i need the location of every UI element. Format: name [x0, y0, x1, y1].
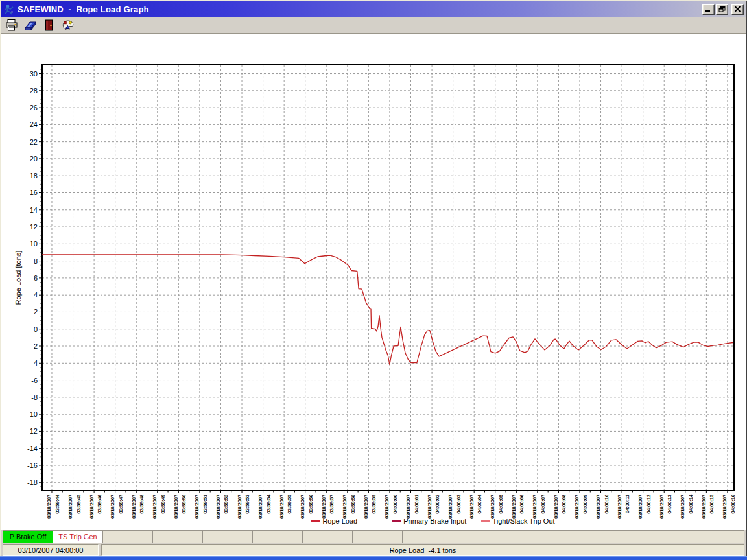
status-cell-empty — [202, 530, 253, 543]
svg-text:03/10/2007: 03/10/2007 — [680, 494, 685, 519]
svg-text:03:59:52: 03:59:52 — [223, 494, 229, 513]
svg-text:03/10/2007: 03/10/2007 — [300, 494, 305, 519]
status-cell-ts-trip-gen: TS Trip Gen — [53, 530, 103, 543]
svg-text:04:00:08: 04:00:08 — [561, 494, 567, 513]
status-bar: 03/10/2007 04:00:00 Rope Load -4.1 tons — [1, 544, 746, 556]
svg-text:03/10/2007: 03/10/2007 — [701, 494, 707, 519]
svg-text:24: 24 — [30, 121, 38, 128]
svg-text:04:00:07: 04:00:07 — [540, 494, 546, 513]
svg-text:03/10/2007: 03/10/2007 — [237, 494, 243, 519]
restore-button[interactable] — [716, 4, 728, 15]
svg-text:18: 18 — [30, 172, 38, 180]
svg-text:04:00:09: 04:00:09 — [582, 494, 588, 513]
legend-item-tight-slack: Tight/Slack Trip Out — [481, 517, 554, 525]
svg-text:-14: -14 — [27, 445, 38, 452]
svg-text:04:00:04: 04:00:04 — [477, 494, 482, 513]
svg-text:03/10/2007: 03/10/2007 — [511, 494, 517, 519]
legend-label: Tight/Slack Trip Out — [492, 517, 554, 525]
status-cell-empty — [252, 530, 303, 543]
svg-text:-2: -2 — [31, 342, 38, 350]
svg-text:04:00:13: 04:00:13 — [667, 494, 672, 513]
svg-text:03:59:58: 03:59:58 — [350, 494, 356, 513]
svg-text:-10: -10 — [27, 410, 38, 418]
svg-text:03/10/2007: 03/10/2007 — [595, 494, 601, 519]
exit-button[interactable] — [41, 18, 57, 32]
status-cell-p-brake-off: P Brake Off — [3, 530, 53, 543]
svg-text:-16: -16 — [27, 461, 38, 469]
svg-text:03/10/2007: 03/10/2007 — [722, 494, 728, 519]
svg-text:6: 6 — [34, 274, 38, 282]
svg-text:2: 2 — [34, 308, 38, 316]
title-bar: SAFEWIND - Rope Load Graph — [1, 1, 746, 17]
svg-text:03/10/2007: 03/10/2007 — [67, 494, 73, 519]
palette-button[interactable] — [60, 18, 76, 32]
svg-text:20: 20 — [30, 155, 38, 163]
svg-text:28: 28 — [30, 87, 38, 95]
svg-text:03:59:55: 03:59:55 — [287, 494, 292, 513]
svg-text:-6: -6 — [31, 377, 38, 384]
toolbar — [1, 17, 746, 34]
svg-text:4: 4 — [34, 291, 38, 299]
svg-text:04:00:01: 04:00:01 — [414, 494, 420, 513]
svg-text:03/10/2007: 03/10/2007 — [427, 494, 433, 519]
taskbar-edge — [0, 556, 747, 560]
svg-text:04:00:00: 04:00:00 — [392, 494, 398, 513]
svg-text:03:59:44: 03:59:44 — [54, 494, 60, 513]
legend-swatch — [311, 520, 320, 522]
svg-text:03:59:53: 03:59:53 — [244, 494, 250, 513]
svg-text:03/10/2007: 03/10/2007 — [574, 494, 580, 519]
svg-text:03/10/2007: 03/10/2007 — [447, 494, 453, 519]
svg-text:03/10/2007: 03/10/2007 — [384, 494, 390, 519]
svg-text:03:59:51: 03:59:51 — [202, 494, 208, 513]
status-indicator-row: P Brake OffTS Trip Gen — [1, 530, 746, 543]
legend-swatch — [481, 520, 490, 522]
svg-text:03/10/2007: 03/10/2007 — [131, 494, 137, 519]
svg-text:30: 30 — [30, 70, 38, 78]
legend-label: Primary Brake Input — [403, 517, 466, 525]
svg-text:03:59:57: 03:59:57 — [329, 494, 335, 513]
svg-text:03/10/2007: 03/10/2007 — [532, 494, 538, 519]
svg-text:03/10/2007: 03/10/2007 — [89, 494, 95, 519]
eraser-icon — [24, 19, 37, 32]
svg-text:03/10/2007: 03/10/2007 — [405, 494, 411, 519]
svg-text:04:00:05: 04:00:05 — [498, 494, 504, 513]
statusbar-datetime: 03/10/2007 04:00:00 — [3, 544, 99, 556]
svg-text:04:00:15: 04:00:15 — [709, 494, 715, 513]
svg-text:04:00:16: 04:00:16 — [730, 494, 736, 513]
svg-text:-18: -18 — [27, 478, 38, 486]
status-cell-empty — [152, 530, 203, 543]
svg-text:03/10/2007: 03/10/2007 — [110, 494, 115, 519]
svg-text:03/10/2007: 03/10/2007 — [194, 494, 200, 519]
print-button[interactable] — [3, 18, 19, 32]
svg-text:03/10/2007: 03/10/2007 — [279, 494, 285, 519]
app-icon — [3, 4, 14, 15]
svg-text:04:00:10: 04:00:10 — [604, 494, 610, 513]
svg-text:12: 12 — [30, 223, 38, 231]
restore-icon — [718, 6, 726, 12]
svg-text:-4: -4 — [31, 359, 38, 367]
svg-text:03/10/2007: 03/10/2007 — [469, 494, 475, 519]
status-cell-empty — [102, 530, 153, 543]
svg-text:03/10/2007: 03/10/2007 — [173, 494, 179, 519]
svg-text:03/10/2007: 03/10/2007 — [46, 494, 52, 519]
svg-text:03:59:50: 03:59:50 — [181, 494, 187, 513]
status-cell-filler — [402, 530, 744, 543]
svg-text:22: 22 — [30, 138, 38, 146]
close-button[interactable] — [731, 4, 744, 15]
svg-text:03:59:56: 03:59:56 — [308, 494, 314, 513]
svg-text:03/10/2007: 03/10/2007 — [152, 494, 158, 519]
svg-text:03/10/2007: 03/10/2007 — [363, 494, 369, 519]
chart-area: -18-16-14-12-10-8-6-4-202468101214161820… — [1, 34, 746, 530]
minimize-button[interactable] — [702, 4, 715, 15]
print-icon — [5, 19, 18, 32]
svg-text:04:00:11: 04:00:11 — [624, 494, 630, 513]
svg-text:03:59:48: 03:59:48 — [139, 494, 145, 513]
legend-label: Rope Load — [322, 517, 357, 525]
exit-door-icon — [43, 19, 56, 32]
svg-text:03/10/2007: 03/10/2007 — [617, 494, 622, 519]
rope-load-chart: -18-16-14-12-10-8-6-4-202468101214161820… — [1, 34, 746, 530]
svg-text:04:00:12: 04:00:12 — [646, 494, 652, 513]
eraser-button[interactable] — [22, 18, 38, 32]
svg-text:04:00:02: 04:00:02 — [434, 494, 440, 513]
app-window: SAFEWIND - Rope Load Graph — [0, 0, 747, 560]
